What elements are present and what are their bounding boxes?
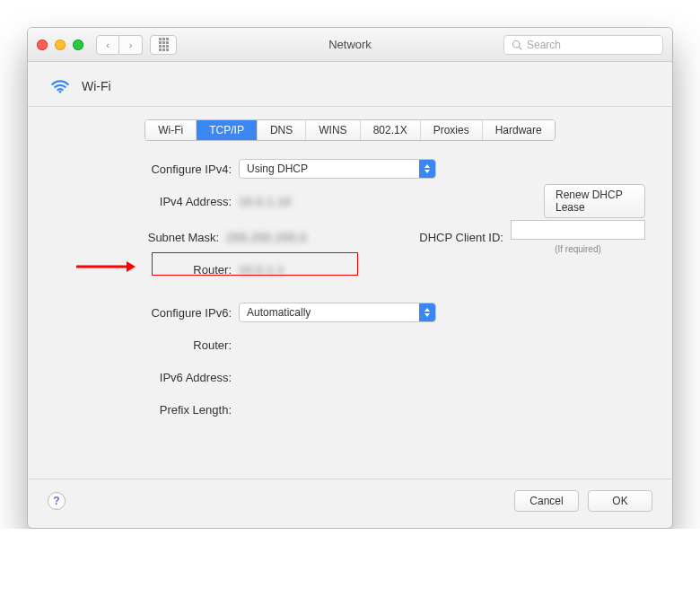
help-button[interactable]: ? (48, 492, 66, 510)
callout-arrow-icon (76, 259, 136, 277)
ok-button[interactable]: OK (588, 490, 652, 512)
search-icon (512, 40, 522, 50)
zoom-window-button[interactable] (73, 40, 83, 50)
ipv6-section: Configure IPv6: Automatically Router: IP… (55, 299, 645, 423)
prefix-length-label: Prefix Length: (55, 403, 239, 417)
footer: ? Cancel OK (28, 479, 672, 528)
connection-name: Wi-Fi (82, 79, 111, 93)
tab-proxies[interactable]: Proxies (421, 120, 483, 140)
ipv4-section: Configure IPv4: Using DHCP IPv4 Address:… (55, 155, 645, 283)
select-stepper-icon (419, 160, 435, 178)
nav-buttons: ‹ › (96, 35, 143, 55)
tab-wins[interactable]: WINS (306, 120, 360, 140)
router-ipv4-value: 10.0.1.1 (239, 263, 284, 277)
titlebar: ‹ › Network Search (28, 28, 672, 62)
router-ipv6-label: Router: (55, 338, 239, 352)
show-all-button[interactable] (150, 35, 177, 55)
tab-hardware[interactable]: Hardware (483, 120, 555, 140)
form-area: Configure IPv4: Using DHCP IPv4 Address:… (28, 155, 672, 479)
search-input[interactable]: Search (503, 35, 663, 55)
svg-point-0 (513, 40, 521, 48)
ipv4-address-label: IPv4 Address: (55, 195, 239, 208)
tab-wifi[interactable]: Wi-Fi (145, 120, 197, 140)
configure-ipv6-select[interactable]: Automatically (239, 303, 436, 322)
divider (28, 106, 672, 107)
tab-dns[interactable]: DNS (258, 120, 306, 140)
tab-8021x[interactable]: 802.1X (361, 120, 421, 140)
subnet-mask-label: Subnet Mask: (55, 231, 226, 244)
cancel-button[interactable]: Cancel (514, 490, 579, 512)
tab-tcpip[interactable]: TCP/IP (197, 120, 258, 140)
configure-ipv4-label: Configure IPv4: (55, 162, 239, 176)
tabs: Wi-Fi TCP/IP DNS WINS 802.1X Proxies Har… (28, 119, 672, 141)
close-window-button[interactable] (37, 40, 48, 50)
grid-icon (159, 38, 169, 51)
ipv4-address-value: 10.0.1.10 (239, 195, 292, 208)
svg-marker-4 (127, 261, 136, 272)
select-stepper-icon (419, 303, 435, 321)
svg-point-2 (59, 91, 62, 93)
configure-ipv6-label: Configure IPv6: (55, 306, 239, 320)
traffic-lights (37, 40, 83, 50)
connection-header: Wi-Fi (28, 62, 672, 106)
configure-ipv4-value: Using DHCP (247, 162, 308, 175)
renew-dhcp-lease-button[interactable]: Renew DHCP Lease (544, 184, 645, 218)
if-required-note: (If required) (511, 244, 645, 254)
svg-line-1 (519, 47, 521, 49)
ipv6-address-label: IPv6 Address: (55, 371, 239, 384)
wifi-icon (48, 75, 73, 97)
subnet-mask-value: 255.255.255.0 (226, 231, 307, 244)
configure-ipv4-select[interactable]: Using DHCP (239, 159, 436, 179)
dhcp-client-id-input[interactable] (511, 220, 645, 240)
network-prefs-window: ‹ › Network Search (27, 27, 673, 529)
minimize-window-button[interactable] (55, 40, 66, 50)
forward-button[interactable]: › (119, 35, 143, 55)
configure-ipv6-value: Automatically (247, 306, 311, 319)
dhcp-client-id-label: DHCP Client ID: (418, 231, 511, 244)
search-placeholder: Search (527, 39, 561, 51)
back-button[interactable]: ‹ (96, 35, 119, 55)
